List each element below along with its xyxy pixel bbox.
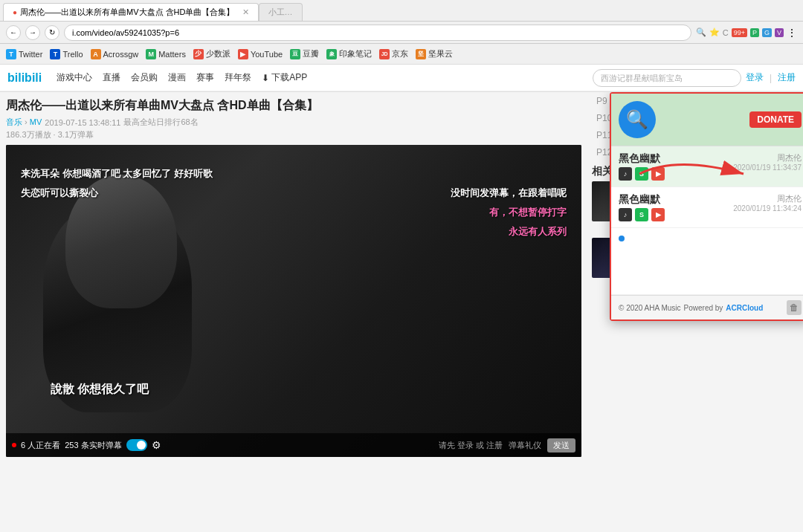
nav-manga[interactable]: 漫画	[165, 71, 189, 84]
login-link[interactable]: 登录	[746, 71, 764, 84]
video-stats: 186.3万播放 · 3.1万弹幕	[6, 129, 581, 140]
bookmark-shaoshu[interactable]: 少 少数派	[193, 48, 230, 59]
ext-icon-2[interactable]: P	[750, 28, 759, 37]
refresh-button[interactable]: ↻	[45, 25, 59, 40]
forward-button[interactable]: →	[25, 25, 40, 40]
acr-result-1-right: 周杰伦 2020/01/19 11:34:37	[733, 152, 802, 172]
acr-icon-music-1[interactable]: ♪	[619, 167, 632, 181]
active-tab[interactable]: ● 周杰伦——出道以来所有单曲MV大盘点 含HD单曲【合集】 ✕	[3, 3, 259, 21]
acr-brand-name: ACRCloud	[726, 304, 763, 312]
barrage-toggle[interactable]	[126, 439, 147, 451]
nav-download[interactable]: ⬇ 下载APP	[259, 71, 310, 84]
acr-trash-button[interactable]: 🗑	[787, 300, 802, 315]
ext-icon-1[interactable]: 99+	[732, 28, 747, 37]
live-viewer-count: 6 人正在看	[21, 440, 60, 451]
bookmark-douban[interactable]: 豆 豆瓣	[290, 48, 319, 59]
site-header: bilibili 游戏中心 直播 会员购 漫画 赛事 拜年祭 ⬇ 下载APP 登…	[0, 65, 803, 92]
video-meta: 音乐 › MV 2019-07-15 13:48:11 最高全站日排行68名	[6, 117, 581, 128]
search-input[interactable]	[593, 69, 741, 87]
back-button[interactable]: ←	[6, 25, 21, 40]
video-date: 2019-07-15 13:48:11	[45, 118, 120, 127]
register-link[interactable]: 注册	[778, 71, 796, 84]
acr-result-1-left: 黑色幽默 ♪ S ▶	[619, 152, 665, 181]
acr-icon-youtube-1[interactable]: ▶	[651, 167, 665, 181]
acr-header: 🔍 DONATE	[611, 94, 803, 146]
subtitle-line-4: 有，不想暂停打字	[489, 206, 567, 219]
video-section: 周杰伦——出道以来所有单曲MV大盘点 含HD单曲【合集】 音乐 › MV 201…	[0, 92, 587, 532]
main-content: 周杰伦——出道以来所有单曲MV大盘点 含HD单曲【合集】 音乐 › MV 201…	[0, 92, 803, 532]
nav-vip[interactable]: 会员购	[128, 71, 161, 84]
video-bottom-left: 6 人正在看 253 条实时弹幕 ⚙	[12, 439, 161, 451]
bookmark-trello[interactable]: T Trello	[50, 49, 83, 59]
bookmark-yinxiang[interactable]: 象 印象笔记	[326, 48, 372, 59]
acr-icon-spotify-2[interactable]: S	[635, 208, 648, 221]
inactive-tab[interactable]: 小工…	[259, 3, 303, 21]
comment-count: 3.1万弹幕	[58, 130, 94, 139]
menu-button[interactable]: ⋮	[787, 27, 797, 39]
acr-timestamp-2: 2020/01/19 11:34:24	[733, 204, 802, 213]
browser-tab-bar: ● 周杰伦——出道以来所有单曲MV大盘点 含HD单曲【合集】 ✕ 小工…	[0, 0, 803, 22]
acr-artist-2: 周杰伦	[733, 193, 802, 204]
nav-live[interactable]: 直播	[100, 71, 123, 84]
address-bar: ← → ↻ 🔍 ⭐ C 99+ P G V ⋮	[0, 22, 803, 44]
settings-icon[interactable]: ⚙	[152, 439, 161, 451]
acr-song-2: 黑色幽默	[619, 193, 665, 207]
bookmark-twitter[interactable]: T Twitter	[6, 49, 42, 59]
bookmarks-bar: T Twitter T Trello A Acrossgw M Matters …	[0, 44, 803, 65]
video-bottom-right: 请先 登录 或 注册 弹幕礼仪 发送	[439, 438, 575, 452]
nav-right-area: 登录 | 注册	[746, 71, 796, 84]
subtitle-line-6: 說散 你想很久了吧	[51, 382, 149, 398]
acr-song-1: 黑色幽默	[619, 152, 665, 166]
acr-icon-music-2[interactable]: ♪	[619, 208, 632, 221]
nav-divider: |	[770, 73, 772, 83]
nav-match[interactable]: 赛事	[193, 71, 217, 84]
nav-gamecenter[interactable]: 游戏中心	[54, 71, 95, 84]
ext-icon-3[interactable]: G	[762, 28, 772, 37]
acr-footer-text: © 2020 AHA Music	[619, 304, 681, 312]
close-tab-icon[interactable]: ✕	[242, 7, 249, 17]
address-input[interactable]	[64, 25, 691, 41]
subtitle-line-2: 失恋听可以撕裂心	[21, 186, 98, 200]
bookmark-matters[interactable]: M Matters	[146, 49, 186, 59]
acr-popup: 🔍 DONATE 黑色幽默 ♪ S ▶	[610, 92, 803, 321]
acr-search-icon: 🔍	[619, 101, 656, 138]
site-nav: bilibili 游戏中心 直播 会员购 漫画 赛事 拜年祭 ⬇ 下载APP 登…	[0, 65, 803, 91]
bookmark-jd[interactable]: JD 京东	[379, 48, 408, 59]
barrage-etiquette-link[interactable]: 弹幕礼仪	[509, 440, 541, 451]
acr-indicator	[619, 236, 625, 241]
breadcrumb-mv[interactable]: MV	[30, 117, 42, 126]
bookmark-youtube[interactable]: ▶ YouTube	[238, 49, 283, 59]
breadcrumb-music[interactable]: 音乐	[6, 117, 22, 126]
barrage-count: 253 条实时弹幕	[65, 440, 121, 451]
acr-icon-youtube-2[interactable]: ▶	[651, 208, 665, 221]
nav-search-area	[593, 69, 741, 87]
acr-donate-button[interactable]: DONATE	[749, 111, 802, 128]
site-logo[interactable]: bilibili	[7, 71, 42, 85]
send-button[interactable]: 发送	[547, 438, 575, 452]
acr-footer: © 2020 AHA Music Powered by ACRCloud 🗑	[611, 295, 803, 319]
acr-result-2-right: 周杰伦 2020/01/19 11:34:24	[733, 193, 802, 213]
ext-icon-4[interactable]: V	[775, 28, 784, 37]
acr-spacer	[611, 236, 803, 295]
acr-powered-by: Powered by	[684, 304, 723, 312]
acr-icon-spotify-1[interactable]: S	[635, 167, 648, 181]
acr-result-2-left: 黑色幽默 ♪ S ▶	[619, 193, 665, 221]
breadcrumb: 音乐 › MV	[6, 117, 42, 128]
video-control-bar: 6 人正在看 253 条实时弹幕 ⚙ 请先 登录 或 注册 弹幕礼仪 发送	[6, 433, 581, 457]
subtitle-line-5: 永远有人系列	[509, 225, 567, 239]
sidebar: P9 龙卷风 P10 伊斯坦堡 P11 上海一九四三 P12 爱在西元前 ▼ 相…	[587, 92, 803, 532]
acr-result-row-1: 黑色幽默 ♪ S ▶ 周杰伦 2020/01/19 11:34:37	[619, 152, 802, 181]
comment-login-hint: 请先 登录 或 注册	[439, 440, 503, 451]
acr-artist-1: 周杰伦	[733, 152, 802, 163]
tab-title: 周杰伦——出道以来所有单曲MV大盘点 含HD单曲【合集】	[20, 7, 234, 18]
download-icon: ⬇	[262, 73, 269, 83]
subtitle-line-1: 来洗耳朵 你想喝酒了吧 太多回忆了 好好听歌	[21, 167, 213, 181]
bookmark-jianguoyun[interactable]: 坚 坚果云	[416, 48, 453, 59]
acr-timestamp-1: 2020/01/19 11:34:37	[733, 163, 802, 172]
video-player[interactable]: 来洗耳朵 你想喝酒了吧 太多回忆了 好好听歌 失恋听可以撕裂心 没时间发弹幕，在…	[6, 145, 581, 457]
video-title: 周杰伦——出道以来所有单曲MV大盘点 含HD单曲【合集】	[6, 98, 581, 114]
bookmark-acrossgw[interactable]: A Acrossgw	[91, 49, 139, 59]
browser-toolbar: 🔍 ⭐ C 99+ P G V ⋮	[696, 27, 797, 39]
acr-result-row-2: 黑色幽默 ♪ S ▶ 周杰伦 2020/01/19 11:34:24	[619, 193, 802, 221]
nav-bainian[interactable]: 拜年祭	[222, 71, 254, 84]
